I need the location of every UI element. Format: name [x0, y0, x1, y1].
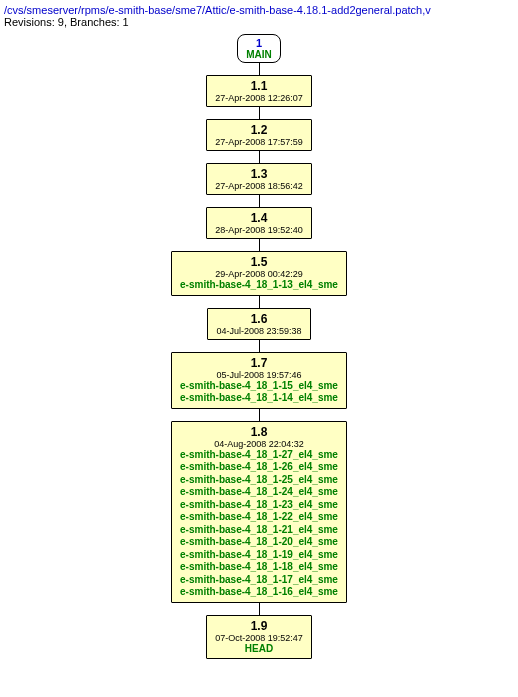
revision-tag: e-smith-base-4_18_1-24_el4_sme [180, 486, 338, 499]
connector-line [259, 63, 260, 75]
connector-line [259, 151, 260, 163]
branch-main-node[interactable]: 1 MAIN [237, 34, 281, 63]
revision-node[interactable]: 1.2 27-Apr-2008 17:57:59 [206, 119, 312, 151]
revision-tag: e-smith-base-4_18_1-26_el4_sme [180, 461, 338, 474]
revision-tag: e-smith-base-4_18_1-27_el4_sme [180, 449, 338, 462]
revision-tag: HEAD [215, 643, 303, 656]
branch-number: 1 [246, 37, 272, 49]
revision-node[interactable]: 1.1 27-Apr-2008 12:26:07 [206, 75, 312, 107]
revision-date: 27-Apr-2008 17:57:59 [215, 137, 303, 147]
revision-tag: e-smith-base-4_18_1-25_el4_sme [180, 474, 338, 487]
revision-number: 1.5 [180, 255, 338, 269]
revision-tag: e-smith-base-4_18_1-19_el4_sme [180, 549, 338, 562]
revision-node[interactable]: 1.8 04-Aug-2008 22:04:32 e-smith-base-4_… [171, 421, 347, 603]
revision-tag: e-smith-base-4_18_1-15_el4_sme [180, 380, 338, 393]
revision-date: 04-Jul-2008 23:59:38 [216, 326, 301, 336]
revision-number: 1.6 [216, 312, 301, 326]
revision-date: 28-Apr-2008 19:52:40 [215, 225, 303, 235]
revision-node[interactable]: 1.5 29-Apr-2008 00:42:29 e-smith-base-4_… [171, 251, 347, 296]
revision-number: 1.2 [215, 123, 303, 137]
revision-date: 05-Jul-2008 19:57:46 [180, 370, 338, 380]
connector-line [259, 239, 260, 251]
connector-line [259, 340, 260, 352]
revision-node[interactable]: 1.7 05-Jul-2008 19:57:46 e-smith-base-4_… [171, 352, 347, 409]
revision-tag: e-smith-base-4_18_1-20_el4_sme [180, 536, 338, 549]
file-path: /cvs/smeserver/rpms/e-smith-base/sme7/At… [4, 4, 514, 16]
revision-node[interactable]: 1.4 28-Apr-2008 19:52:40 [206, 207, 312, 239]
revision-tag: e-smith-base-4_18_1-22_el4_sme [180, 511, 338, 524]
revision-node[interactable]: 1.3 27-Apr-2008 18:56:42 [206, 163, 312, 195]
branch-label: MAIN [246, 49, 272, 60]
revision-graph: 1 MAIN 1.1 27-Apr-2008 12:26:07 1.2 27-A… [4, 34, 514, 659]
revision-date: 27-Apr-2008 18:56:42 [215, 181, 303, 191]
revision-summary: Revisions: 9, Branches: 1 [4, 16, 514, 28]
revision-number: 1.9 [215, 619, 303, 633]
revision-tag: e-smith-base-4_18_1-14_el4_sme [180, 392, 338, 405]
revision-number: 1.4 [215, 211, 303, 225]
revision-date: 04-Aug-2008 22:04:32 [180, 439, 338, 449]
revision-number: 1.8 [180, 425, 338, 439]
connector-line [259, 296, 260, 308]
connector-line [259, 603, 260, 615]
revision-number: 1.1 [215, 79, 303, 93]
revision-tag: e-smith-base-4_18_1-13_el4_sme [180, 279, 338, 292]
revision-tag: e-smith-base-4_18_1-23_el4_sme [180, 499, 338, 512]
revision-tag: e-smith-base-4_18_1-18_el4_sme [180, 561, 338, 574]
revision-tag: e-smith-base-4_18_1-17_el4_sme [180, 574, 338, 587]
revision-number: 1.7 [180, 356, 338, 370]
revision-node[interactable]: 1.9 07-Oct-2008 19:52:47 HEAD [206, 615, 312, 660]
revision-date: 29-Apr-2008 00:42:29 [180, 269, 338, 279]
revision-node[interactable]: 1.6 04-Jul-2008 23:59:38 [207, 308, 310, 340]
revision-tag: e-smith-base-4_18_1-16_el4_sme [180, 586, 338, 599]
connector-line [259, 409, 260, 421]
connector-line [259, 195, 260, 207]
revision-date: 27-Apr-2008 12:26:07 [215, 93, 303, 103]
revision-tag: e-smith-base-4_18_1-21_el4_sme [180, 524, 338, 537]
connector-line [259, 107, 260, 119]
revision-number: 1.3 [215, 167, 303, 181]
revision-date: 07-Oct-2008 19:52:47 [215, 633, 303, 643]
